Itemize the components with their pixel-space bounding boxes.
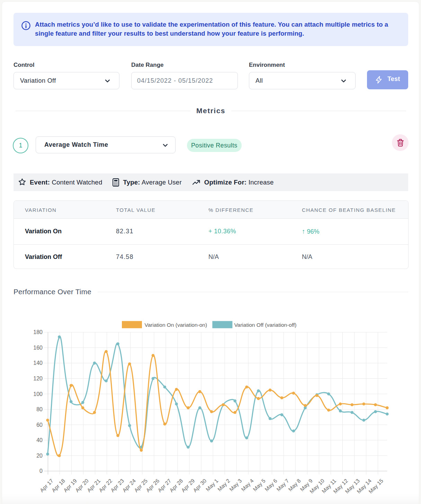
svg-text:May 7: May 7 <box>275 478 290 493</box>
svg-text:80: 80 <box>36 406 43 412</box>
svg-text:May 8: May 8 <box>287 478 302 493</box>
svg-text:0: 0 <box>39 468 43 474</box>
svg-text:Variation On (variation-on): Variation On (variation-on) <box>145 322 207 328</box>
svg-text:60: 60 <box>36 422 43 428</box>
svg-text:180: 180 <box>33 329 43 335</box>
svg-text:May 2: May 2 <box>216 478 231 493</box>
svg-text:May 3: May 3 <box>228 478 243 493</box>
svg-text:May 4: May 4 <box>240 478 255 493</box>
svg-text:100: 100 <box>33 391 43 397</box>
svg-text:May 1: May 1 <box>205 478 220 493</box>
svg-text:May 6: May 6 <box>263 478 278 493</box>
svg-text:May 5: May 5 <box>252 478 267 493</box>
svg-text:Variation Off (variation-off): Variation Off (variation-off) <box>234 322 296 328</box>
svg-text:20: 20 <box>36 453 43 459</box>
svg-text:120: 120 <box>33 376 43 381</box>
svg-text:140: 140 <box>33 360 43 366</box>
svg-text:160: 160 <box>33 345 43 351</box>
svg-text:40: 40 <box>36 437 43 443</box>
svg-text:Apr 30: Apr 30 <box>192 478 207 493</box>
